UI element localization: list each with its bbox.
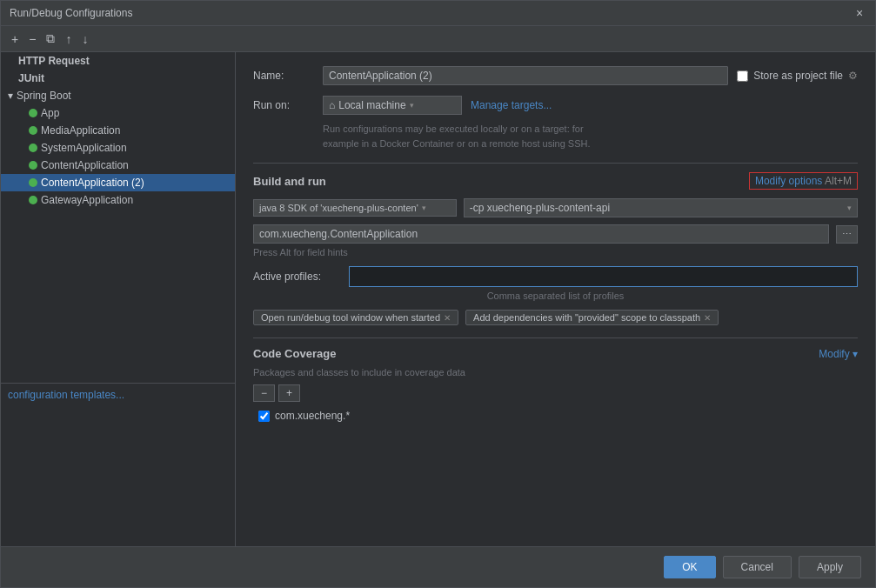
sdk-cp-row: java 8 SDK of 'xuecheng-plus-conten' ▾ -… xyxy=(253,198,858,217)
coverage-tools: − + xyxy=(253,384,858,402)
tag-open-tool-window-label: Open run/debug tool window when started xyxy=(261,312,440,323)
sidebar-item-content-application[interactable]: ContentApplication xyxy=(1,157,235,174)
coverage-remove-button[interactable]: − xyxy=(253,384,275,402)
sidebar-label-content2: ContentApplication (2) xyxy=(41,177,144,189)
manage-targets-link[interactable]: Manage targets... xyxy=(471,99,552,111)
build-run-section-header: Build and run Modify options Alt+M xyxy=(253,163,858,190)
coverage-add-button[interactable]: + xyxy=(278,384,300,402)
name-label: Name: xyxy=(253,70,314,82)
sidebar-item-gateway-application[interactable]: GatewayApplication xyxy=(1,191,235,209)
coverage-item-checkbox[interactable] xyxy=(258,411,270,422)
status-dot-content xyxy=(29,161,37,170)
tag-add-dependencies: Add dependencies with "provided" scope t… xyxy=(465,310,719,325)
name-input[interactable] xyxy=(323,66,728,85)
tags-row: Open run/debug tool window when started … xyxy=(253,310,858,325)
sdk-label: java 8 SDK of 'xuecheng-plus-conten' xyxy=(259,203,418,213)
name-right: Store as project file ⚙ xyxy=(737,70,858,82)
main-content: HTTP Request JUnit ▾ Spring Boot App Med… xyxy=(1,52,875,546)
run-on-select[interactable]: ⌂ Local machine ▾ xyxy=(323,96,462,115)
comma-hint: Comma separated list of profiles xyxy=(253,291,858,301)
status-dot-app xyxy=(29,109,37,117)
status-dot-system xyxy=(29,144,37,152)
store-project-file-checkbox[interactable] xyxy=(737,70,748,82)
config-templates-link[interactable]: configuration templates... xyxy=(1,383,235,406)
active-profiles-label: Active profiles: xyxy=(253,271,340,283)
modify-options-shortcut: Alt+M xyxy=(825,175,852,187)
run-on-row: Run on: ⌂ Local machine ▾ Manage targets… xyxy=(253,96,858,115)
cp-arrow-icon: ▾ xyxy=(847,204,852,212)
sidebar-label-system: SystemApplication xyxy=(41,142,127,154)
run-config-hint: Run configurations may be executed local… xyxy=(323,122,858,150)
name-left: Name: xyxy=(253,66,728,85)
coverage-item: com.xuecheng.* xyxy=(253,407,858,424)
right-panel: Name: Store as project file ⚙ Run on: ⌂ … xyxy=(236,52,875,546)
sidebar-section-spring-boot[interactable]: ▾ Spring Boot xyxy=(1,87,235,104)
footer: OK Cancel Apply xyxy=(1,546,875,587)
sidebar-label-gateway: GatewayApplication xyxy=(41,194,133,206)
ok-button[interactable]: OK xyxy=(664,556,715,578)
build-run-title: Build and run xyxy=(253,175,326,188)
tag-add-dependencies-label: Add dependencies with "provided" scope t… xyxy=(473,312,700,323)
dialog-title: Run/Debug Configurations xyxy=(10,7,132,19)
modify-options-label: Modify options xyxy=(755,175,822,187)
sidebar-label-media: MediaApplication xyxy=(41,124,120,137)
sidebar-item-content-application-2[interactable]: ContentApplication (2) xyxy=(1,174,235,191)
store-project-file-label: Store as project file xyxy=(753,70,843,82)
config-templates-label: configuration templates... xyxy=(8,389,124,401)
status-dot-gateway xyxy=(29,196,37,204)
coverage-item-label: com.xuecheng.* xyxy=(275,410,350,422)
run-debug-dialog: Run/Debug Configurations × + − ⧉ ↑ ↓ HTT… xyxy=(0,0,876,588)
sidebar-item-system-application[interactable]: SystemApplication xyxy=(1,139,235,157)
sidebar-item-http-request[interactable]: HTTP Request xyxy=(1,52,235,70)
remove-config-button[interactable]: − xyxy=(25,30,39,48)
title-bar: Run/Debug Configurations × xyxy=(1,1,875,26)
chevron-down-icon: ▾ xyxy=(8,90,13,102)
settings-icon[interactable]: ⚙ xyxy=(848,70,858,82)
tag-open-tool-window: Open run/debug tool window when started … xyxy=(253,310,458,325)
code-coverage-section: Code Coverage Modify ▾ Packages and clas… xyxy=(253,337,858,424)
cp-select[interactable]: -cp xuecheng-plus-content-api ▾ xyxy=(464,198,858,217)
local-machine-icon: ⌂ xyxy=(329,99,335,111)
sdk-select[interactable]: java 8 SDK of 'xuecheng-plus-conten' ▾ xyxy=(253,199,457,217)
add-config-button[interactable]: + xyxy=(8,30,22,48)
browse-main-class-button[interactable]: ⋯ xyxy=(836,225,858,244)
run-on-value: Local machine xyxy=(338,99,405,111)
tag-open-tool-window-close[interactable]: ✕ xyxy=(444,313,451,323)
apply-button[interactable]: Apply xyxy=(799,556,861,578)
press-alt-hint: Press Alt for field hints xyxy=(253,247,858,257)
active-profiles-input[interactable] xyxy=(349,266,858,287)
modify-coverage-link[interactable]: Modify ▾ xyxy=(819,348,858,360)
sidebar-item-media-application[interactable]: MediaApplication xyxy=(1,122,235,139)
code-coverage-title: Code Coverage xyxy=(253,347,336,360)
toolbar: + − ⧉ ↑ ↓ xyxy=(1,26,875,52)
copy-config-button[interactable]: ⧉ xyxy=(43,30,58,48)
sidebar: HTTP Request JUnit ▾ Spring Boot App Med… xyxy=(1,52,236,546)
status-dot-media xyxy=(29,126,37,135)
sidebar-item-app[interactable]: App xyxy=(1,104,235,122)
spring-boot-label: Spring Boot xyxy=(17,90,71,102)
sidebar-label-app: App xyxy=(41,107,59,119)
status-dot-content2 xyxy=(29,178,37,187)
cp-label: -cp xuecheng-plus-content-api xyxy=(470,202,610,214)
move-down-button[interactable]: ↓ xyxy=(78,30,91,48)
coverage-desc: Packages and classes to include in cover… xyxy=(253,367,858,378)
name-row: Name: Store as project file ⚙ xyxy=(253,66,858,85)
sdk-arrow-icon: ▾ xyxy=(422,204,426,212)
run-on-label: Run on: xyxy=(253,99,314,111)
cancel-button[interactable]: Cancel xyxy=(723,556,792,578)
coverage-header: Code Coverage Modify ▾ xyxy=(253,347,858,360)
modify-options-button[interactable]: Modify options Alt+M xyxy=(749,172,858,190)
sidebar-item-junit[interactable]: JUnit xyxy=(1,70,235,87)
main-class-row: ⋯ xyxy=(253,224,858,244)
tag-add-dependencies-close[interactable]: ✕ xyxy=(704,313,711,323)
move-up-button[interactable]: ↑ xyxy=(62,30,75,48)
main-class-input[interactable] xyxy=(253,224,829,244)
active-profiles-row: Active profiles: xyxy=(253,266,858,287)
sidebar-label-content: ContentApplication xyxy=(41,159,129,171)
run-on-arrow-icon: ▾ xyxy=(410,101,414,110)
close-button[interactable]: × xyxy=(853,6,866,20)
